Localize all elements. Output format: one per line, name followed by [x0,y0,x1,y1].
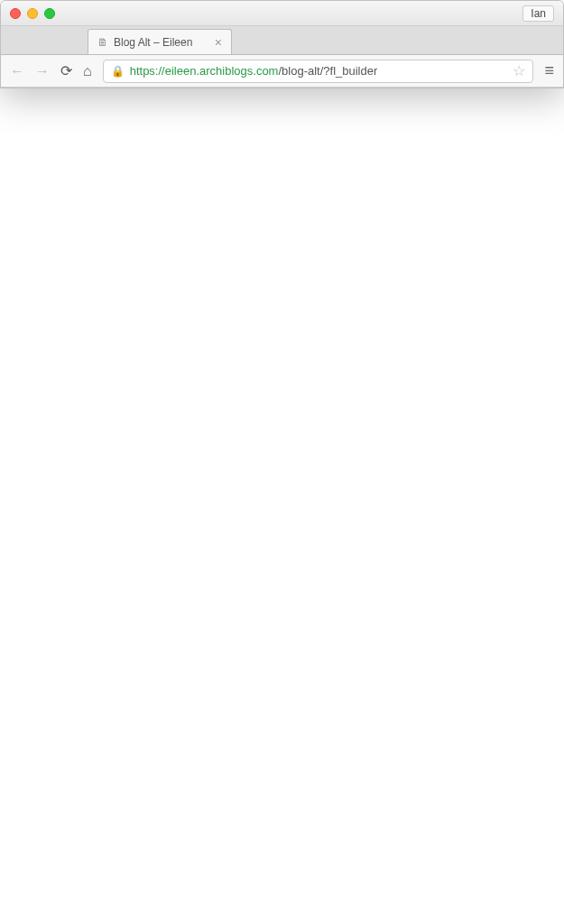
window-titlebar: Ian [1,1,563,26]
page-icon: 🗎 [97,36,108,49]
zoom-window-icon[interactable] [44,8,55,19]
address-bar[interactable]: 🔒 https://eileen.archiblogs.com/blog-alt… [103,60,534,83]
lock-icon: 🔒 [111,65,125,78]
forward-icon[interactable]: → [35,63,50,79]
home-icon[interactable]: ⌂ [83,63,92,79]
close-window-icon[interactable] [10,8,21,19]
browser-toolbar: ← → ⟳ ⌂ 🔒 https://eileen.archiblogs.com/… [1,55,563,88]
reload-icon[interactable]: ⟳ [60,62,72,79]
back-icon[interactable]: ← [10,63,24,79]
minimize-window-icon[interactable] [27,8,38,19]
close-tab-icon[interactable]: × [215,35,222,50]
browser-tab[interactable]: 🗎 Blog Alt – Eileen × [88,29,232,54]
tab-bar: 🗎 Blog Alt – Eileen × [1,26,563,55]
tab-title: Blog Alt – Eileen [114,36,192,49]
url-text: https://eileen.archiblogs.com/blog-alt/?… [130,64,378,78]
hamburger-menu-icon[interactable]: ≡ [544,61,554,80]
bookmark-star-icon[interactable]: ☆ [513,62,525,79]
profile-badge[interactable]: Ian [522,5,554,22]
